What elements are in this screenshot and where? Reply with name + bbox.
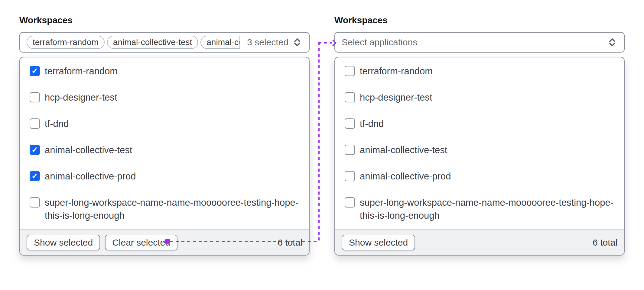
option-label: animal-collective-prod bbox=[45, 163, 136, 189]
show-selected-button[interactable]: Show selected bbox=[342, 235, 415, 250]
connector-line-top bbox=[318, 42, 332, 44]
option-label: super-long-workspace-name-name-moooooree… bbox=[45, 189, 301, 229]
multiselect-trigger[interactable]: Select applications bbox=[334, 32, 625, 53]
option-row[interactable]: terraform-random bbox=[335, 58, 624, 84]
dropdown-footer: Show selected 6 total bbox=[335, 229, 624, 255]
option-label: tf-dnd bbox=[360, 111, 384, 137]
option-row[interactable]: terraform-random bbox=[20, 58, 309, 84]
checkbox-icon[interactable] bbox=[30, 171, 40, 181]
checkbox-icon[interactable] bbox=[345, 66, 355, 76]
clear-selected-button[interactable]: Clear selected bbox=[105, 235, 177, 250]
multiselect-trigger[interactable]: terraform-random animal-collective-test … bbox=[19, 32, 310, 53]
option-row[interactable]: animal-collective-test bbox=[20, 137, 309, 163]
option-row[interactable]: tf-dnd bbox=[20, 111, 309, 137]
checkbox-icon[interactable] bbox=[30, 118, 40, 129]
selected-count: 3 selected bbox=[247, 37, 288, 47]
multiselect-dropdown: terraform-random hcp-designer-test tf-dn… bbox=[19, 57, 310, 256]
option-label: terraform-random bbox=[45, 58, 118, 84]
option-label: animal-collective-test bbox=[360, 137, 447, 163]
checkbox-icon[interactable] bbox=[30, 66, 40, 76]
option-row[interactable]: animal-collective-prod bbox=[20, 163, 309, 189]
chevron-up-down-icon bbox=[292, 37, 302, 47]
workspaces-multiselect-empty: Workspaces Select applications terraform… bbox=[334, 15, 625, 256]
checkbox-icon[interactable] bbox=[345, 92, 355, 102]
checkbox-icon[interactable] bbox=[345, 145, 355, 155]
total-count: 6 total bbox=[278, 237, 302, 248]
checkbox-icon[interactable] bbox=[30, 92, 40, 102]
option-row[interactable]: hcp-designer-test bbox=[20, 84, 309, 111]
chevron-up-down-icon bbox=[607, 37, 617, 47]
checkbox-icon[interactable] bbox=[345, 197, 355, 208]
option-label: animal-collective-test bbox=[45, 137, 132, 163]
option-label: terraform-random bbox=[360, 58, 433, 84]
checkbox-icon[interactable] bbox=[345, 171, 355, 181]
options-list: terraform-random hcp-designer-test tf-dn… bbox=[335, 57, 624, 229]
selected-tags: terraform-random animal-collective-test … bbox=[27, 36, 243, 49]
checkbox-icon[interactable] bbox=[30, 197, 40, 208]
option-label: animal-collective-prod bbox=[360, 163, 451, 189]
checkbox-icon[interactable] bbox=[345, 118, 355, 129]
total-count: 6 total bbox=[593, 237, 617, 248]
option-label: tf-dnd bbox=[45, 111, 69, 137]
option-row[interactable]: hcp-designer-test bbox=[335, 84, 624, 111]
multiselect-dropdown: terraform-random hcp-designer-test tf-dn… bbox=[334, 57, 625, 256]
tag-pill: terraform-random bbox=[27, 36, 105, 49]
option-row[interactable]: super-long-workspace-name-name-moooooree… bbox=[335, 189, 624, 229]
dropdown-footer: Show selected Clear selected 6 total bbox=[20, 229, 309, 255]
field-label: Workspaces bbox=[19, 15, 310, 25]
tag-pill: animal-collective-test bbox=[107, 36, 198, 49]
connector-line-vertical bbox=[318, 42, 320, 241]
tag-pill-clipped: animal-co bbox=[200, 36, 240, 49]
options-list: terraform-random hcp-designer-test tf-dn… bbox=[20, 57, 309, 229]
option-label: hcp-designer-test bbox=[360, 84, 432, 111]
field-label: Workspaces bbox=[334, 15, 625, 25]
option-label: hcp-designer-test bbox=[45, 84, 117, 111]
workspaces-multiselect-selected: Workspaces terraform-random animal-colle… bbox=[19, 15, 310, 256]
trigger-placeholder: Select applications bbox=[342, 37, 607, 47]
option-row[interactable]: animal-collective-test bbox=[335, 137, 624, 163]
option-row[interactable]: tf-dnd bbox=[335, 111, 624, 137]
show-selected-button[interactable]: Show selected bbox=[27, 235, 100, 250]
checkbox-icon[interactable] bbox=[30, 145, 40, 155]
option-label: super-long-workspace-name-name-moooooree… bbox=[360, 189, 616, 229]
option-row[interactable]: super-long-workspace-name-name-moooooree… bbox=[20, 189, 309, 229]
option-row[interactable]: animal-collective-prod bbox=[335, 163, 624, 189]
